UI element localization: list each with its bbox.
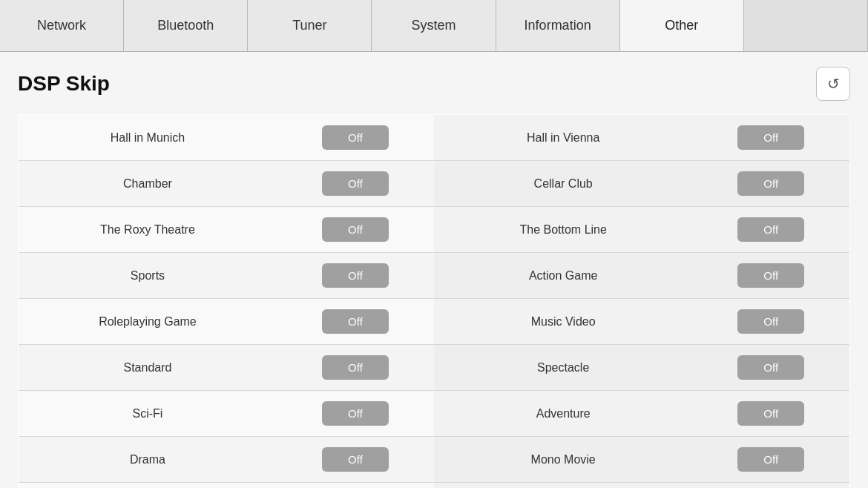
cell-button-right: Off (692, 391, 849, 437)
table-row: Sci-Fi Off Adventure Off (19, 391, 850, 437)
table-row: The Roxy Theatre Off The Bottom Line Off (19, 207, 850, 253)
off-button-right[interactable]: Off (737, 447, 804, 472)
off-button-left[interactable]: Off (322, 217, 389, 242)
cell-button-left: Off (277, 253, 434, 299)
table-row: 2ch Stereo Off All-Ch Stereo Off (19, 483, 850, 489)
page-header: DSP Skip ↺ (18, 67, 850, 101)
off-button-right[interactable]: Off (737, 217, 804, 242)
table-row: Chamber Off Cellar Club Off (19, 161, 850, 207)
cell-label-right: All-Ch Stereo (434, 483, 692, 489)
off-button-left[interactable]: Off (322, 263, 389, 288)
cell-button-left: Off (277, 115, 434, 161)
table-row: Roleplaying Game Off Music Video Off (19, 299, 850, 345)
content-area: DSP Skip ↺ Hall in Munich Off Hall in Vi… (0, 52, 868, 488)
cell-button-left: Off (277, 207, 434, 253)
table-row: Drama Off Mono Movie Off (19, 437, 850, 483)
tab-system[interactable]: System (372, 0, 496, 51)
cell-label-left: Chamber (19, 161, 277, 207)
cell-button-left: Off (277, 299, 434, 345)
off-button-right[interactable]: Off (737, 125, 804, 150)
tab-information[interactable]: Information (496, 0, 620, 51)
tab-spacer (744, 0, 868, 51)
table-row: Hall in Munich Off Hall in Vienna Off (19, 115, 850, 161)
table-row: Standard Off Spectacle Off (19, 345, 850, 391)
tab-tuner[interactable]: Tuner (248, 0, 372, 51)
cell-label-right: Cellar Club (434, 161, 692, 207)
cell-button-left: Off (277, 391, 434, 437)
off-button-left[interactable]: Off (322, 447, 389, 472)
cell-label-right: Action Game (434, 253, 692, 299)
refresh-button[interactable]: ↺ (816, 67, 850, 101)
cell-label-left: 2ch Stereo (19, 483, 277, 489)
dsp-table: Hall in Munich Off Hall in Vienna Off Ch… (18, 114, 850, 488)
cell-button-left: Off (277, 483, 434, 489)
cell-label-right: Music Video (434, 299, 692, 345)
cell-button-right: Off (692, 483, 849, 489)
cell-label-right: Mono Movie (434, 437, 692, 483)
cell-button-right: Off (692, 207, 849, 253)
cell-button-left: Off (277, 161, 434, 207)
cell-label-right: Spectacle (434, 345, 692, 391)
page-title: DSP Skip (18, 72, 110, 96)
cell-label-left: The Roxy Theatre (19, 207, 277, 253)
cell-label-right: The Bottom Line (434, 207, 692, 253)
off-button-left[interactable]: Off (322, 125, 389, 150)
cell-button-right: Off (692, 115, 849, 161)
off-button-right[interactable]: Off (737, 171, 804, 196)
cell-label-left: Roleplaying Game (19, 299, 277, 345)
cell-button-right: Off (692, 345, 849, 391)
cell-button-right: Off (692, 299, 849, 345)
cell-label-left: Standard (19, 345, 277, 391)
cell-button-right: Off (692, 437, 849, 483)
tab-other[interactable]: Other (620, 0, 744, 51)
refresh-icon: ↺ (827, 75, 840, 93)
tab-network[interactable]: Network (0, 0, 124, 51)
off-button-left[interactable]: Off (322, 355, 389, 380)
off-button-left[interactable]: Off (322, 171, 389, 196)
table-row: Sports Off Action Game Off (19, 253, 850, 299)
cell-button-right: Off (692, 161, 849, 207)
off-button-right[interactable]: Off (737, 401, 804, 426)
off-button-left[interactable]: Off (322, 309, 389, 334)
cell-label-left: Sci-Fi (19, 391, 277, 437)
tab-bar: Network Bluetooth Tuner System Informati… (0, 0, 868, 52)
off-button-right[interactable]: Off (737, 355, 804, 380)
cell-button-left: Off (277, 345, 434, 391)
cell-button-left: Off (277, 437, 434, 483)
cell-label-left: Sports (19, 253, 277, 299)
tab-bluetooth[interactable]: Bluetooth (124, 0, 248, 51)
cell-label-right: Adventure (434, 391, 692, 437)
cell-label-right: Hall in Vienna (434, 115, 692, 161)
cell-label-left: Hall in Munich (19, 115, 277, 161)
off-button-right[interactable]: Off (737, 309, 804, 334)
off-button-left[interactable]: Off (322, 401, 389, 426)
off-button-right[interactable]: Off (737, 263, 804, 288)
cell-label-left: Drama (19, 437, 277, 483)
cell-button-right: Off (692, 253, 849, 299)
